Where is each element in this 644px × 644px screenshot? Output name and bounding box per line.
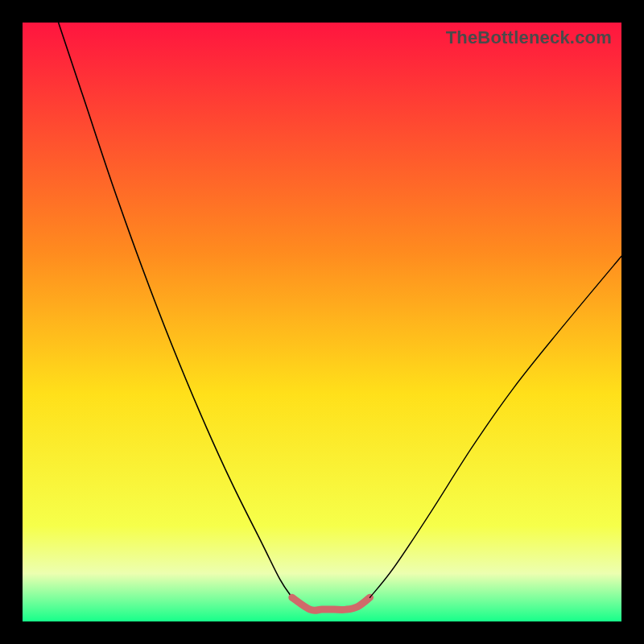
series-left-branch (59, 23, 292, 597)
chart-plot-area: TheBottleneck.com (23, 23, 621, 621)
chart-curves (23, 23, 621, 621)
series-bottom-segment (292, 597, 370, 610)
series-right-branch (370, 256, 622, 597)
chart-frame: TheBottleneck.com (0, 0, 644, 644)
